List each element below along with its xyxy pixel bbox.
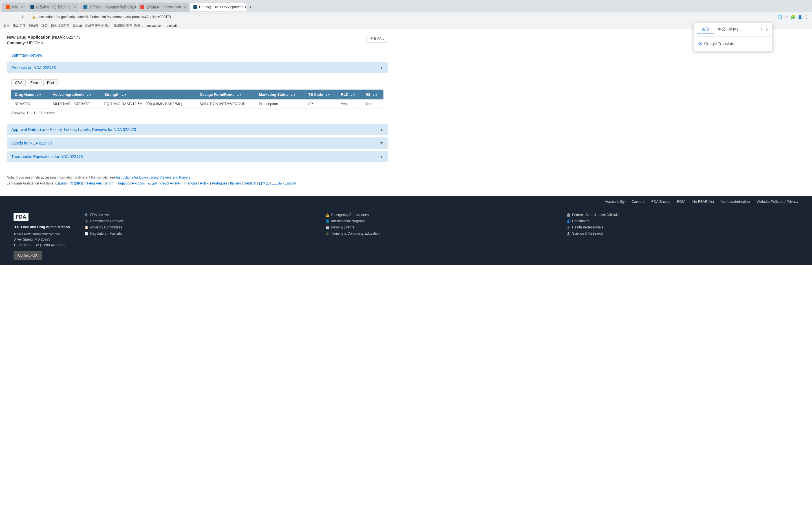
footer-fda-basics[interactable]: FDA Basics xyxy=(651,200,670,204)
bookmark-price[interactable]: 国外当地药价 xyxy=(51,23,70,27)
refresh-button[interactable]: ↻ xyxy=(20,14,26,20)
tab-notice[interactable]: 关于发布《化学仿制药参比制剂... ✕ xyxy=(80,3,137,12)
footer-advisory-committees[interactable]: 📋 Advisory Committees xyxy=(85,225,317,229)
lang-italian[interactable]: Italiano xyxy=(230,181,241,185)
lang-tagalog[interactable]: Tagalog xyxy=(117,181,130,185)
new-tab-button[interactable]: + xyxy=(247,2,254,12)
lang-japanese[interactable]: 日本語 xyxy=(259,181,269,185)
bookmark-icloud[interactable]: iCloud xyxy=(73,24,82,27)
footer-links-col3: ⚠️ Emergency Preparedness 🌐 Internationa… xyxy=(326,213,558,235)
footer-international[interactable]: 🌐 International Programs xyxy=(326,219,558,223)
footer-website-policies[interactable]: Website Policies / Privacy xyxy=(756,200,799,204)
lang-chinese-trad[interactable]: 繁體中文 xyxy=(70,181,84,185)
bookmark-apps[interactable]: 应用 xyxy=(3,23,10,27)
footer-regulatory-info[interactable]: 📄 Regulatory Information xyxy=(85,231,317,235)
url-bar[interactable]: 🔒 accessdata.fda.gov/scripts/cder/daf/in… xyxy=(28,13,775,20)
bookmark-office[interactable]: 办公 xyxy=(42,23,48,27)
lang-korean[interactable]: 한국어 xyxy=(105,181,115,185)
lang-arabic[interactable]: العربية xyxy=(147,181,157,185)
tab-close-cde[interactable]: ✕ xyxy=(74,6,76,9)
lang-vietnamese[interactable]: Tiếng Việt xyxy=(87,181,102,185)
bookmark-icon[interactable]: ☆ xyxy=(784,15,788,19)
footer-careers[interactable]: Careers xyxy=(631,200,645,204)
note-link[interactable]: Instructions for Downloading Viewers and… xyxy=(116,175,190,179)
lang-haitian[interactable]: Kreyòl Ayisyen xyxy=(159,181,182,185)
tab-close-oneyao[interactable]: ✕ xyxy=(184,6,186,9)
therapeutic-section-header[interactable]: Therapeutic Equivalents for NDA 022473 ▼ xyxy=(7,151,388,162)
col-drug-name[interactable]: Drug Name ▲▼ xyxy=(11,90,49,100)
translate-close-icon[interactable]: ✕ xyxy=(765,27,769,32)
footer-emergency[interactable]: ⚠️ Emergency Preparedness xyxy=(326,213,558,217)
lang-russian[interactable]: Русский xyxy=(132,181,145,185)
col-active-ingredients[interactable]: Active Ingredients ▲▼ xyxy=(49,90,101,100)
sort-te-icon: ▲▼ xyxy=(325,94,330,96)
footer-nondiscrimination[interactable]: Nondiscrimination xyxy=(721,200,750,204)
excel-button[interactable]: Excel xyxy=(27,79,42,86)
tab-fda[interactable]: Drugs@FDA: FDA-Approved D... ✕ xyxy=(190,3,246,11)
lang-polish[interactable]: Polski xyxy=(200,181,209,185)
health-icon: ➕ xyxy=(566,226,570,229)
translate-icon[interactable]: 🌐 xyxy=(777,15,782,19)
footer-combination-products[interactable]: ➕ Combination Products xyxy=(85,219,317,223)
bookmark-life[interactable]: 生活学习 xyxy=(13,23,26,27)
footer-col4: 🏛️ Federal, State & Local Officials 👤 Co… xyxy=(566,213,799,260)
footer-consumers[interactable]: 👤 Consumers xyxy=(566,219,799,223)
col-te-code[interactable]: TE Code ▲▼ xyxy=(305,90,338,100)
labels-section-header[interactable]: Labels for NDA 022473 ▼ xyxy=(7,137,388,149)
col-marketing-status[interactable]: Marketing Status ▲▼ xyxy=(255,90,305,100)
cell-marketing-status: Prescription xyxy=(255,100,305,108)
profile-icon[interactable]: 👤 xyxy=(798,15,802,19)
back-button[interactable]: ← xyxy=(3,14,10,20)
menu-icon[interactable]: ⋮ xyxy=(805,15,809,19)
email-button[interactable]: ✉ EMAIL xyxy=(366,35,388,43)
tab-close-taobao[interactable]: ✕ xyxy=(21,6,23,9)
bookmark-cde2[interactable]: 药品审评中心-新... xyxy=(85,23,110,27)
footer-fda-archive[interactable]: 🔍 FDA Archive xyxy=(85,213,317,217)
translate-tab-english[interactable]: 英语 xyxy=(697,25,714,34)
cell-rs: Yes xyxy=(362,100,384,108)
footer-foia[interactable]: FOIA xyxy=(677,200,686,204)
sort-dosage-icon: ▲▼ xyxy=(237,94,242,96)
footer-training[interactable]: 🎓 Training & Continuing Education xyxy=(326,231,558,235)
bookmark-linkedin[interactable]: LinkedIn xyxy=(167,24,179,27)
col-strength[interactable]: Strength ▲▼ xyxy=(101,90,196,100)
footer-no-fear[interactable]: No FEAR Act xyxy=(693,200,714,204)
bookmark-news[interactable]: 新浪医药新闻_新鲜... xyxy=(114,23,143,27)
tab-label-cde: 药品审评中心-新闻中心 xyxy=(36,5,71,10)
therapeutic-section: Therapeutic Equivalents for NDA 022473 ▼ xyxy=(7,151,388,162)
footer-news-events[interactable]: 🗓️ News & Events xyxy=(326,225,558,229)
lang-portuguese[interactable]: Português xyxy=(212,181,227,185)
lang-espanol[interactable]: Español xyxy=(55,181,67,185)
footer-address-col: FDA U.S. Food and Drug Administration 10… xyxy=(13,213,75,260)
col-rld[interactable]: RLD ▲▼ xyxy=(338,90,362,100)
footer-science-research[interactable]: 🔬 Science & Research xyxy=(566,231,799,235)
lang-french[interactable]: Français xyxy=(185,181,197,185)
csv-button[interactable]: CSV xyxy=(11,79,26,86)
bookmark-oneyao[interactable]: oneyao.com xyxy=(146,24,163,27)
tab-taobao[interactable]: 淘单 ✕ xyxy=(2,3,27,12)
print-button[interactable]: Print xyxy=(43,79,58,86)
entries-info: Showing 1 to 1 of 1 entries xyxy=(11,111,384,115)
summary-review-link[interactable]: Summary Review xyxy=(11,53,388,57)
cell-dosage-form: SOLUTION;INTRAVENOUS xyxy=(196,100,255,108)
lang-persian[interactable]: فارسی xyxy=(272,181,282,185)
cell-active-ingredients: SILDENAFIL CITRATE xyxy=(49,100,101,108)
lang-english[interactable]: English xyxy=(285,181,296,185)
tab-oneyao[interactable]: 总结搜索 - oneyao.com ✕ xyxy=(137,3,190,12)
forward-button[interactable]: → xyxy=(12,14,18,20)
translate-more-icon[interactable]: ⋮ xyxy=(759,27,763,32)
products-section-header[interactable]: Products on NDA 022473 ▼ xyxy=(7,62,388,73)
tab-cde[interactable]: 药品审评中心-新闻中心 ✕ xyxy=(27,3,80,12)
tab-label-fda: Drugs@FDA: FDA-Approved D... xyxy=(199,5,246,9)
translate-tab-chinese[interactable]: 中文（简体） xyxy=(714,25,745,34)
approval-section-header[interactable]: Approval Date(s) and History, Letters, L… xyxy=(7,124,388,135)
footer-health-professionals[interactable]: ➕ Health Professionals xyxy=(566,225,799,229)
contact-fda-button[interactable]: Contact FDA xyxy=(13,251,42,260)
footer-federal-officials[interactable]: 🏛️ Federal, State & Local Officials xyxy=(566,213,799,217)
col-dosage-form[interactable]: Dosage Form/Route ▲▼ xyxy=(196,90,255,100)
lang-german[interactable]: Deutsch xyxy=(244,181,256,185)
footer-accessibility[interactable]: Accessibility xyxy=(605,200,625,204)
bookmark-fda[interactable]: 药品局 xyxy=(29,23,38,27)
col-rs[interactable]: RS ▲▼ xyxy=(362,90,384,100)
extensions-icon[interactable]: 🧩 xyxy=(791,15,795,19)
